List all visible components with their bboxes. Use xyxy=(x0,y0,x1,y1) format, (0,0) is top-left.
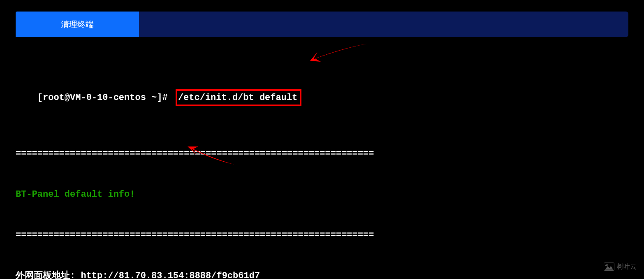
external-label: 外网面板地址: xyxy=(16,271,81,279)
terminal-output[interactable]: [root@VM-0-10-centos ~]# /etc/init.d/bt … xyxy=(16,49,628,279)
panel-info-header: BT-Panel default info! xyxy=(16,188,628,201)
external-url: http://81.70.83.154:8888/f9cb61d7 xyxy=(81,271,260,279)
tab-bar: 清理终端 xyxy=(16,12,628,37)
watermark: 树叶云 xyxy=(604,262,637,272)
external-panel-line: 外网面板地址: http://81.70.83.154:8888/f9cb61d… xyxy=(16,269,628,279)
shell-prompt: [root@VM-0-10-centos ~]# xyxy=(37,93,173,103)
command-highlight-box: /etc/init.d/bt default xyxy=(176,89,301,106)
separator-line: ========================================… xyxy=(16,147,628,160)
watermark-text: 树叶云 xyxy=(617,262,637,272)
entered-command: /etc/init.d/bt default xyxy=(178,93,297,103)
watermark-logo-icon xyxy=(604,263,614,271)
separator-line: ========================================… xyxy=(16,228,628,242)
clear-terminal-tab[interactable]: 清理终端 xyxy=(16,12,139,37)
